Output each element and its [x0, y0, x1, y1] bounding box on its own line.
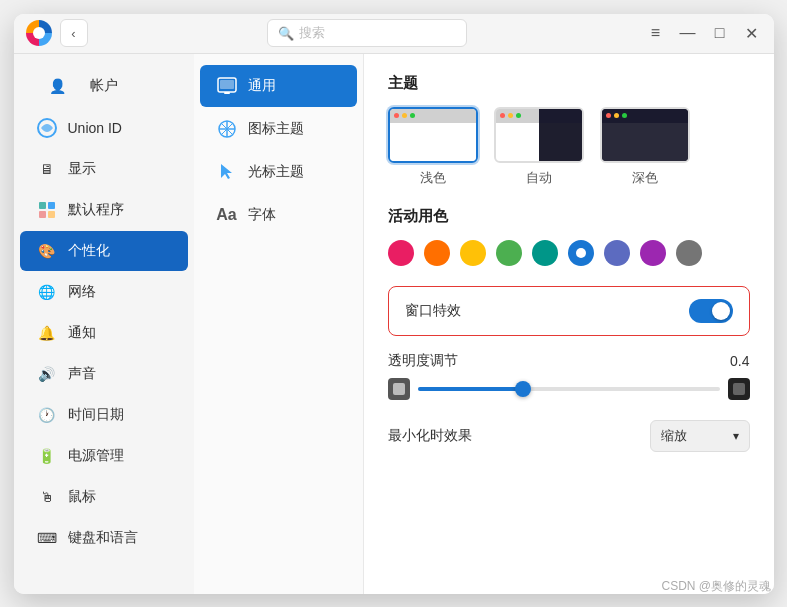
- title-bar-right: ≡ — □ ✕: [646, 24, 762, 43]
- dot-green-auto: [516, 113, 521, 118]
- svg-rect-7: [224, 92, 230, 94]
- sidebar-item-power[interactable]: 🔋 电源管理: [20, 436, 188, 476]
- sidebar-item-sound[interactable]: 🔊 声音: [20, 354, 188, 394]
- close-icon[interactable]: ✕: [742, 24, 762, 43]
- minimize-effect-select[interactable]: 缩放 ▾: [650, 420, 750, 452]
- sidebar-item-union-id[interactable]: Union ID: [20, 108, 188, 148]
- display-icon: 🖥: [36, 158, 58, 180]
- sidebar-item-default-apps[interactable]: 默认程序: [20, 190, 188, 230]
- union-id-icon: [36, 117, 58, 139]
- search-icon: 🔍: [278, 26, 294, 41]
- theme-preview-dark: [600, 107, 690, 163]
- svg-rect-3: [39, 211, 46, 218]
- back-button[interactable]: ‹: [60, 19, 88, 47]
- svg-rect-12: [733, 383, 745, 395]
- sub-item-font[interactable]: Aa 字体: [200, 194, 357, 236]
- theme-option-auto[interactable]: 自动: [494, 107, 584, 187]
- sidebar-label-power: 电源管理: [68, 447, 124, 465]
- sidebar-item-notification[interactable]: 🔔 通知: [20, 313, 188, 353]
- chevron-down-icon: ▾: [733, 429, 739, 443]
- svg-rect-6: [220, 80, 234, 89]
- theme-bar-dark: [602, 109, 688, 123]
- title-bar: ‹ 🔍 搜索 ≡ — □ ✕: [14, 14, 774, 54]
- personalize-icon: 🎨: [36, 240, 58, 262]
- dot-yellow: [402, 113, 407, 118]
- minimize-effect-row: 最小化时效果 缩放 ▾: [388, 420, 750, 452]
- color-teal[interactable]: [532, 240, 558, 266]
- sidebar-item-display[interactable]: 🖥 显示: [20, 149, 188, 189]
- slider-icon-right: [728, 378, 750, 400]
- minimize-icon[interactable]: —: [678, 24, 698, 42]
- sidebar-label-personalize: 个性化: [68, 242, 110, 260]
- content-area: 主题 浅色: [364, 54, 774, 594]
- slider-icon-left: [388, 378, 410, 400]
- sidebar-item-personalize[interactable]: 🎨 个性化: [20, 231, 188, 271]
- sidebar-item-mouse[interactable]: 🖱 鼠标: [20, 477, 188, 517]
- theme-content-auto: [496, 123, 582, 161]
- slider-thumb[interactable]: [515, 381, 531, 397]
- svg-rect-1: [39, 202, 46, 209]
- network-icon: 🌐: [36, 281, 58, 303]
- color-blue[interactable]: [568, 240, 594, 266]
- sidebar-item-account[interactable]: 👤 帐户: [20, 65, 188, 107]
- theme-options: 浅色 自动: [388, 107, 750, 187]
- sub-label-general: 通用: [248, 77, 276, 95]
- sub-label-cursor-theme: 光标主题: [248, 163, 304, 181]
- sidebar-label-default-apps: 默认程序: [68, 201, 124, 219]
- sidebar: 👤 帐户 Union ID 🖥 显示: [14, 54, 194, 594]
- search-bar[interactable]: 🔍 搜索: [267, 19, 467, 47]
- sound-icon: 🔊: [36, 363, 58, 385]
- transparency-slider[interactable]: [418, 387, 720, 391]
- theme-option-light[interactable]: 浅色: [388, 107, 478, 187]
- font-icon: Aa: [216, 204, 238, 226]
- dot-green-dark: [622, 113, 627, 118]
- account-icon: 👤: [42, 75, 74, 97]
- theme-content-light: [390, 123, 476, 161]
- transparency-row: 透明度调节 0.4: [388, 352, 750, 370]
- dot-yellow-dark: [614, 113, 619, 118]
- sidebar-label-network: 网络: [68, 283, 96, 301]
- sub-label-font: 字体: [248, 206, 276, 224]
- color-gray[interactable]: [676, 240, 702, 266]
- svg-rect-11: [393, 383, 405, 395]
- sub-item-icon-theme[interactable]: 图标主题: [200, 108, 357, 150]
- dot-red: [394, 113, 399, 118]
- color-indigo[interactable]: [604, 240, 630, 266]
- sidebar-label-datetime: 时间日期: [68, 406, 124, 424]
- sidebar-item-datetime[interactable]: 🕐 时间日期: [20, 395, 188, 435]
- transparency-label: 透明度调节: [388, 352, 458, 370]
- sub-item-general[interactable]: 通用: [200, 65, 357, 107]
- active-colors: [388, 240, 750, 266]
- color-pink[interactable]: [388, 240, 414, 266]
- color-orange[interactable]: [424, 240, 450, 266]
- slider-fill: [418, 387, 524, 391]
- logo-inner: [33, 27, 45, 39]
- datetime-icon: 🕐: [36, 404, 58, 426]
- window-effect-toggle[interactable]: [689, 299, 733, 323]
- sidebar-label-notification: 通知: [68, 324, 96, 342]
- sub-item-cursor-theme[interactable]: 光标主题: [200, 151, 357, 193]
- window-effect-label: 窗口特效: [405, 302, 461, 320]
- sidebar-label-display: 显示: [68, 160, 96, 178]
- sidebar-label-union-id: Union ID: [68, 120, 122, 136]
- color-purple[interactable]: [640, 240, 666, 266]
- sidebar-item-network[interactable]: 🌐 网络: [20, 272, 188, 312]
- main-body: 👤 帐户 Union ID 🖥 显示: [14, 54, 774, 594]
- theme-label-auto: 自动: [526, 169, 552, 187]
- theme-preview-light: [388, 107, 478, 163]
- sidebar-label-account: 帐户: [90, 77, 118, 95]
- color-green[interactable]: [496, 240, 522, 266]
- svg-rect-4: [48, 211, 55, 218]
- theme-option-dark[interactable]: 深色: [600, 107, 690, 187]
- theme-label-light: 浅色: [420, 169, 446, 187]
- menu-icon[interactable]: ≡: [646, 24, 666, 42]
- color-yellow[interactable]: [460, 240, 486, 266]
- dot-yellow-auto: [508, 113, 513, 118]
- general-icon: [216, 75, 238, 97]
- sub-label-icon-theme: 图标主题: [248, 120, 304, 138]
- sidebar-item-keyboard[interactable]: ⌨ 键盘和语言: [20, 518, 188, 558]
- maximize-icon[interactable]: □: [710, 24, 730, 42]
- power-icon: 🔋: [36, 445, 58, 467]
- dot-red-auto: [500, 113, 505, 118]
- search-placeholder: 搜索: [299, 24, 325, 42]
